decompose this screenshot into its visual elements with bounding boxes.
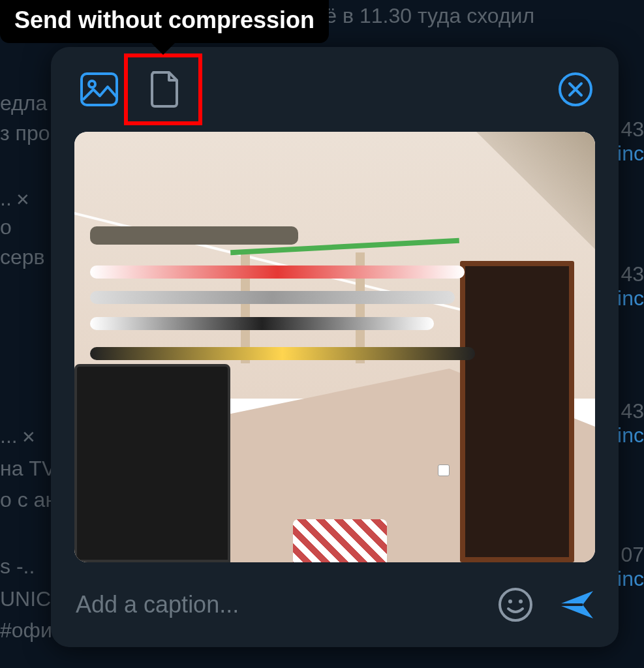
bg-timestamp: 43	[617, 117, 644, 142]
bg-link-fragment: inc	[617, 142, 644, 166]
modal-footer	[51, 562, 619, 647]
photo-icon	[80, 72, 118, 106]
bg-link-fragment: inc	[617, 423, 644, 448]
emoji-icon	[498, 587, 533, 622]
bg-chat-fragment: #офи	[0, 618, 52, 643]
media-send-modal	[51, 47, 619, 647]
modal-header	[51, 47, 619, 132]
file-icon	[149, 71, 179, 108]
photo-content	[74, 132, 595, 562]
caption-input[interactable]	[76, 585, 479, 624]
close-button[interactable]	[552, 66, 599, 113]
emoji-button[interactable]	[492, 581, 539, 628]
bg-timestamp: 07	[617, 543, 644, 567]
bg-chat-fragment: о	[0, 215, 12, 239]
send-button[interactable]	[552, 581, 599, 628]
send-icon	[557, 588, 594, 621]
bg-link-fragment: inc	[617, 567, 644, 591]
bg-chat-fragment: s -..	[0, 554, 35, 579]
muted-icon: ✕	[22, 427, 36, 448]
bg-chat-fragment: на TV	[0, 457, 55, 481]
bg-chat-fragment: о с ан	[0, 488, 57, 512]
bg-chat-fragment: з про	[0, 121, 50, 145]
tooltip-send-without-compression: Send without compression	[0, 0, 329, 43]
bg-chat-fragment: едла	[0, 91, 47, 115]
svg-point-4	[508, 600, 512, 603]
bg-chat-fragment: серв	[0, 245, 45, 269]
close-icon	[558, 72, 593, 107]
svg-point-5	[519, 600, 523, 603]
send-as-photo-button[interactable]	[76, 66, 123, 113]
muted-icon: ✕	[16, 190, 30, 210]
bg-timestamp: 43	[617, 399, 644, 423]
bg-link-fragment: inc	[617, 286, 644, 311]
send-as-file-button[interactable]	[141, 66, 188, 113]
bg-chat-line: цё в 11.30 туда сходил	[313, 4, 534, 28]
bg-timestamp: 43	[617, 262, 644, 286]
svg-point-3	[500, 589, 531, 620]
bg-chat-fragment: ..✕	[0, 187, 30, 211]
attached-image-preview[interactable]	[74, 132, 595, 562]
svg-point-1	[89, 81, 95, 87]
bg-chat-fragment: UNIC	[0, 587, 51, 611]
bg-chat-fragment: ...✕	[0, 424, 36, 448]
